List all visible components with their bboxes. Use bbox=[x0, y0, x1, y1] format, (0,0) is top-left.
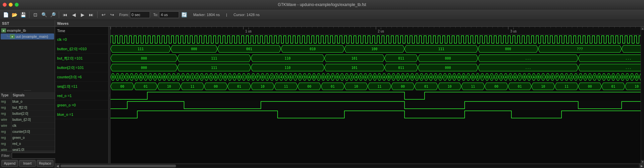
h-scroll-left-btn[interactable]: ◀ bbox=[55, 164, 60, 168]
wave-ruler: 1 us2 us3 us bbox=[111, 27, 641, 35]
signal-name-row-8[interactable]: seq[1:0] bbox=[11, 147, 55, 151]
type-row-3[interactable]: wire bbox=[0, 117, 11, 123]
wave-label-row-4[interactable]: counter[3:0] =6 bbox=[55, 72, 108, 82]
signal-name-row-2[interactable]: button[2:0] bbox=[11, 111, 55, 117]
sst-item-uut[interactable]: └─ ■ uut (example_main) bbox=[1, 33, 54, 39]
type-row-0[interactable]: reg bbox=[0, 99, 11, 105]
filter-input[interactable] bbox=[12, 153, 57, 159]
signal-name-row-1[interactable]: but_ff[2:0] bbox=[11, 105, 55, 111]
svg-text:C: C bbox=[467, 75, 469, 79]
toolbar-prev-edge-btn[interactable]: ⏮ bbox=[61, 11, 69, 18]
type-row-2[interactable]: reg bbox=[0, 111, 11, 117]
svg-text:00: 00 bbox=[494, 85, 498, 88]
v-scrollbar[interactable]: ▲ ▼ bbox=[641, 27, 644, 163]
wave-label-row-3[interactable]: button[2:0] =101 bbox=[55, 63, 108, 72]
type-rows: regregregwirewireregregregwire bbox=[0, 99, 11, 151]
svg-text:E: E bbox=[402, 75, 404, 79]
wave-canvas[interactable]: 1 us2 us3 us 111000001010100111000???...… bbox=[111, 27, 641, 163]
append-button[interactable]: Append bbox=[1, 160, 18, 167]
from-label: From: bbox=[119, 13, 129, 17]
minimize-button[interactable] bbox=[9, 3, 13, 7]
svg-text:2: 2 bbox=[196, 75, 198, 79]
toolbar-prev-btn[interactable]: ◀ bbox=[70, 11, 77, 18]
toolbar-redo-btn[interactable]: ↪ bbox=[109, 11, 116, 18]
titlebar: GTKWave - upduino-example/logs/example_t… bbox=[0, 0, 644, 9]
wave-label-row-6[interactable]: red_o =1 bbox=[55, 91, 108, 100]
wave-label-row-1[interactable]: button_i[2:0] =010 bbox=[55, 44, 108, 54]
toolbar-zoom-in-btn[interactable]: 🔍 bbox=[40, 11, 48, 18]
toolbar-undo-btn[interactable]: ↩ bbox=[100, 11, 107, 18]
svg-text:3: 3 bbox=[276, 75, 278, 79]
signal-type-0: reg bbox=[0, 100, 11, 103]
signal-name-row-0[interactable]: blue_o bbox=[11, 99, 55, 105]
signal-name-0: blue_o bbox=[11, 100, 23, 103]
type-row-4[interactable]: wire bbox=[0, 123, 11, 129]
signal-name-row-3[interactable]: button_i[2:0] bbox=[11, 117, 55, 123]
svg-text:A: A bbox=[383, 75, 385, 79]
wave-label-row-0[interactable]: clk =0 bbox=[55, 35, 108, 44]
svg-rect-344 bbox=[111, 91, 641, 100]
ruler-minor-tick bbox=[338, 27, 339, 28]
svg-text:7: 7 bbox=[594, 75, 596, 79]
maximize-button[interactable] bbox=[15, 3, 19, 7]
ruler-label: 1 us bbox=[245, 29, 252, 33]
toolbar-save-btn[interactable]: 💾 bbox=[19, 11, 27, 18]
signal-name-row-4[interactable]: clk bbox=[11, 123, 55, 129]
svg-text:1: 1 bbox=[341, 75, 343, 79]
svg-text:9: 9 bbox=[378, 75, 380, 79]
svg-text:A: A bbox=[533, 75, 535, 79]
toolbar-next-btn[interactable]: ▶ bbox=[79, 11, 86, 18]
v-scroll-track[interactable] bbox=[641, 30, 644, 160]
wave-label-row-8[interactable]: blue_o =1 bbox=[55, 110, 108, 119]
window-controls bbox=[3, 3, 19, 7]
signal-name-row-7[interactable]: red_o bbox=[11, 141, 55, 147]
ruler-minor-tick bbox=[127, 27, 127, 28]
module-icon-uut: ■ bbox=[10, 34, 15, 38]
signal-name-row-5[interactable]: counter[3:0] bbox=[11, 129, 55, 135]
signal-name-row-6[interactable]: green_o bbox=[11, 135, 55, 141]
svg-text:5: 5 bbox=[135, 75, 137, 79]
ruler-minor-tick bbox=[582, 27, 583, 28]
ruler-minor-tick bbox=[577, 27, 578, 28]
ruler-minor-tick bbox=[450, 27, 450, 28]
type-row-5[interactable]: reg bbox=[0, 129, 11, 135]
ruler-minor-tick bbox=[370, 27, 371, 28]
svg-text:D: D bbox=[322, 75, 324, 79]
type-row-1[interactable]: reg bbox=[0, 105, 11, 111]
toolbar-reload-btn[interactable]: 🔄 bbox=[180, 11, 188, 18]
ruler-minor-tick bbox=[148, 27, 148, 28]
svg-text:1: 1 bbox=[416, 75, 418, 79]
toolbar-new-btn[interactable]: 📄 bbox=[2, 11, 9, 18]
v-scroll-up-btn[interactable]: ▲ bbox=[641, 27, 644, 30]
wave-label-row-7[interactable]: green_o =0 bbox=[55, 100, 108, 110]
type-row-6[interactable]: reg bbox=[0, 135, 11, 141]
svg-text:B: B bbox=[163, 75, 165, 79]
type-row-8[interactable]: wire bbox=[0, 147, 11, 151]
ruler-minor-tick bbox=[249, 27, 249, 28]
toolbar-zoom-out-btn[interactable]: 🔎 bbox=[49, 11, 56, 18]
ruler-minor-tick bbox=[280, 27, 281, 28]
replace-button[interactable]: Replace bbox=[37, 160, 53, 167]
type-row-7[interactable]: reg bbox=[0, 141, 11, 147]
v-scroll-down-btn[interactable]: ▼ bbox=[641, 160, 644, 163]
wave-label-rows: clk =0button_i[2:0] =010but_ff[2:0] =101… bbox=[55, 35, 108, 119]
cursor-status: | bbox=[225, 13, 228, 17]
ruler-minor-tick bbox=[561, 27, 561, 28]
toolbar-open-btn[interactable]: 📂 bbox=[11, 11, 18, 18]
ruler-minor-tick bbox=[476, 27, 477, 28]
svg-text:7: 7 bbox=[519, 75, 521, 79]
h-scroll-track[interactable] bbox=[60, 165, 639, 167]
wave-label-row-2[interactable]: but_ff[2:0] =101 bbox=[55, 54, 108, 63]
to-input[interactable] bbox=[159, 11, 179, 18]
h-scroll-right-btn[interactable]: ▶ bbox=[639, 164, 644, 168]
from-input[interactable] bbox=[130, 11, 150, 18]
ruler-minor-tick bbox=[153, 27, 153, 28]
toolbar-zoom-fit-btn[interactable]: ⊡ bbox=[32, 11, 39, 18]
ruler-minor-tick bbox=[620, 27, 620, 28]
toolbar-next-edge-btn[interactable]: ⏭ bbox=[88, 11, 95, 18]
insert-button[interactable]: Insert bbox=[19, 160, 36, 167]
sst-item-example-tb[interactable]: ■ example_tb bbox=[1, 27, 54, 33]
wave-label-row-5[interactable]: seq[1:0] =11 bbox=[55, 82, 108, 91]
close-button[interactable] bbox=[3, 3, 7, 7]
h-scrollbar[interactable]: ◀ ▶ bbox=[55, 163, 644, 168]
